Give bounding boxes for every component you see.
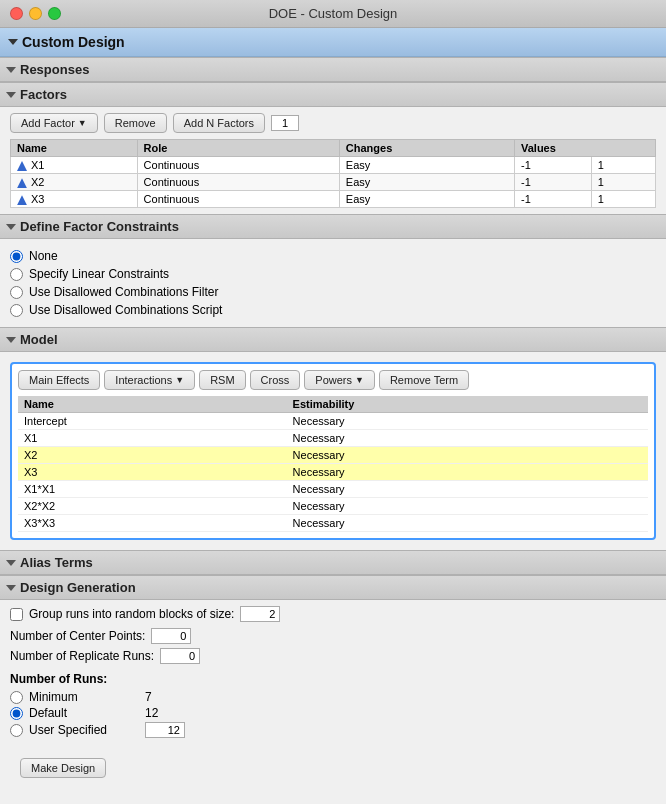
constraint-filter-label: Use Disallowed Combinations Filter [29, 285, 218, 299]
cross-button[interactable]: Cross [250, 370, 301, 390]
alias-terms-title: Alias Terms [20, 555, 93, 570]
col-role: Role [137, 140, 339, 157]
constraint-filter: Use Disallowed Combinations Filter [10, 285, 656, 299]
group-runs-label: Group runs into random blocks of size: [29, 607, 234, 621]
center-points-input[interactable] [151, 628, 191, 644]
runs-label-0: Minimum [29, 690, 139, 704]
main-effects-button[interactable]: Main Effects [18, 370, 100, 390]
user-specified-input[interactable] [145, 722, 185, 738]
replicate-runs-input[interactable] [160, 648, 200, 664]
model-row-name: Intercept [18, 413, 287, 430]
model-row-name: X2 [18, 447, 287, 464]
number-of-runs-title: Number of Runs: [10, 672, 656, 686]
col-values: Values [515, 140, 656, 157]
constraints-section-header[interactable]: Define Factor Constraints [0, 214, 666, 239]
runs-value-1: 12 [145, 706, 158, 720]
group-runs-row: Group runs into random blocks of size: [10, 606, 656, 622]
close-button[interactable] [10, 7, 23, 20]
interactions-caret: ▼ [175, 375, 184, 385]
runs-radio-0[interactable] [10, 691, 23, 704]
model-body: Main Effects Interactions ▼ RSM Cross Po… [0, 352, 666, 550]
runs-radio-2[interactable] [10, 724, 23, 737]
model-section-header[interactable]: Model [0, 327, 666, 352]
design-gen-title: Design Generation [20, 580, 136, 595]
remove-term-button[interactable]: Remove Term [379, 370, 469, 390]
model-row-name: X3 [18, 464, 287, 481]
model-panel: Main Effects Interactions ▼ RSM Cross Po… [10, 362, 656, 540]
factors-body: Add Factor ▼ Remove Add N Factors Name R… [0, 107, 666, 214]
constraint-script: Use Disallowed Combinations Script [10, 303, 656, 317]
make-design-wrapper: Make Design [0, 746, 666, 796]
factor-val-max: 1 [591, 157, 655, 174]
model-row[interactable]: X1*X1 Necessary [18, 481, 648, 498]
model-col-estimability: Estimability [287, 396, 648, 413]
custom-design-header[interactable]: Custom Design [0, 28, 666, 57]
runs-radio-1[interactable] [10, 707, 23, 720]
title-bar: DOE - Custom Design [0, 0, 666, 28]
factor-role: Continuous [137, 174, 339, 191]
responses-triangle [6, 67, 16, 73]
maximize-button[interactable] [48, 7, 61, 20]
add-n-factors-button[interactable]: Add N Factors [173, 113, 265, 133]
model-row[interactable]: X3*X3 Necessary [18, 515, 648, 532]
constraint-none-radio[interactable] [10, 250, 23, 263]
constraints-radio-group: None Specify Linear Constraints Use Disa… [10, 245, 656, 321]
model-row[interactable]: X1 Necessary [18, 430, 648, 447]
constraint-filter-radio[interactable] [10, 286, 23, 299]
model-row[interactable]: Intercept Necessary [18, 413, 648, 430]
custom-design-title: Custom Design [22, 34, 125, 50]
n-factors-input[interactable] [271, 115, 299, 131]
group-runs-checkbox[interactable] [10, 608, 23, 621]
constraint-none-label: None [29, 249, 58, 263]
add-factor-button[interactable]: Add Factor ▼ [10, 113, 98, 133]
factor-val-min: -1 [515, 157, 592, 174]
constraint-none: None [10, 249, 656, 263]
runs-value-0: 7 [145, 690, 152, 704]
constraint-linear: Specify Linear Constraints [10, 267, 656, 281]
factors-row[interactable]: X2 Continuous Easy -1 1 [11, 174, 656, 191]
minimize-button[interactable] [29, 7, 42, 20]
remove-button[interactable]: Remove [104, 113, 167, 133]
constraint-linear-radio[interactable] [10, 268, 23, 281]
alias-terms-triangle [6, 560, 16, 566]
model-row[interactable]: X2*X2 Necessary [18, 498, 648, 515]
factors-triangle [6, 92, 16, 98]
factors-row[interactable]: X3 Continuous Easy -1 1 [11, 191, 656, 208]
replicate-runs-row: Number of Replicate Runs: [10, 648, 656, 664]
interactions-button[interactable]: Interactions ▼ [104, 370, 195, 390]
factors-toolbar: Add Factor ▼ Remove Add N Factors [10, 113, 656, 133]
powers-button[interactable]: Powers ▼ [304, 370, 375, 390]
add-factor-caret: ▼ [78, 118, 87, 128]
window-title: DOE - Custom Design [269, 6, 398, 21]
model-row-name: X1 [18, 430, 287, 447]
constraint-linear-label: Specify Linear Constraints [29, 267, 169, 281]
center-points-row: Number of Center Points: [10, 628, 656, 644]
main-content: Custom Design Responses Factors Add Fact… [0, 28, 666, 804]
model-row[interactable]: X3 Necessary [18, 464, 648, 481]
make-design-button[interactable]: Make Design [20, 758, 106, 778]
factors-row[interactable]: X1 Continuous Easy -1 1 [11, 157, 656, 174]
model-row-estimability: Necessary [287, 464, 648, 481]
factors-section-header[interactable]: Factors [0, 82, 666, 107]
constraints-triangle [6, 224, 16, 230]
design-gen-triangle [6, 585, 16, 591]
runs-row: User Specified [10, 722, 656, 738]
model-row[interactable]: X2 Necessary [18, 447, 648, 464]
alias-terms-section-header[interactable]: Alias Terms [0, 550, 666, 575]
custom-design-triangle [8, 39, 18, 45]
design-gen-body: Group runs into random blocks of size: N… [0, 600, 666, 746]
constraint-script-radio[interactable] [10, 304, 23, 317]
rsm-button[interactable]: RSM [199, 370, 245, 390]
factors-table: Name Role Changes Values X1 Continuous E… [10, 139, 656, 208]
responses-section-header[interactable]: Responses [0, 57, 666, 82]
model-col-name: Name [18, 396, 287, 413]
design-gen-section-header[interactable]: Design Generation [0, 575, 666, 600]
factor-val-max: 1 [591, 174, 655, 191]
factor-changes: Easy [339, 191, 514, 208]
factor-val-max: 1 [591, 191, 655, 208]
factor-name: X3 [11, 191, 138, 208]
model-row-estimability: Necessary [287, 515, 648, 532]
constraint-script-label: Use Disallowed Combinations Script [29, 303, 222, 317]
replicate-runs-label: Number of Replicate Runs: [10, 649, 154, 663]
group-runs-input[interactable] [240, 606, 280, 622]
